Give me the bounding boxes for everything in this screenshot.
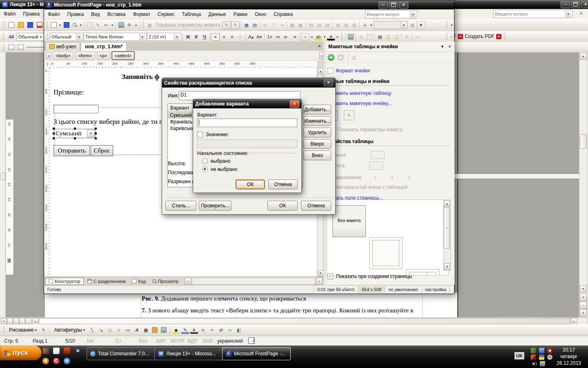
- styles-pane-icon[interactable]: 44: [7, 33, 15, 40]
- status-ispr[interactable]: ИСПР: [171, 338, 185, 344]
- insert-picture-icon[interactable]: [117, 22, 125, 29]
- chevron-down-icon[interactable]: ▾: [410, 11, 416, 18]
- fill-down-icon[interactable]: ▼: [416, 21, 425, 29]
- fp-menu-table[interactable]: Таблица: [178, 10, 205, 18]
- font-combo[interactable]: Times New Roman▾: [84, 33, 147, 41]
- fp-menu-tools[interactable]: Сервис: [154, 10, 178, 18]
- back-icon[interactable]: ◀: [327, 54, 334, 61]
- table-autoformat-icon[interactable]: ▦: [408, 22, 416, 29]
- bullet-list-icon[interactable]: •≡: [274, 34, 282, 40]
- threed-style-icon[interactable]: ◧: [235, 327, 243, 334]
- drawing-menu-button[interactable]: Рисование▾: [7, 326, 38, 334]
- ok-button[interactable]: ОК: [267, 201, 298, 211]
- insert-right-icon[interactable]: ⇥: [278, 22, 285, 29]
- toolbar-options-icon[interactable]: ▾: [449, 22, 454, 29]
- paste-icon[interactable]: [86, 22, 94, 29]
- fill-color-icon[interactable]: ◆: [361, 22, 369, 29]
- draw-layout-table-icon[interactable]: ▦: [146, 22, 154, 29]
- pdf-icon[interactable]: P: [496, 34, 501, 39]
- fp-menu-edit[interactable]: Правка: [64, 10, 88, 18]
- variant-input[interactable]: [197, 119, 297, 127]
- tag-p[interactable]: <p>: [97, 52, 110, 60]
- view-tab-design[interactable]: Конструктор: [45, 278, 84, 285]
- clipart-icon[interactable]: [151, 327, 159, 334]
- center-vert-icon[interactable]: ▤: [315, 22, 323, 29]
- align-bottom-icon[interactable]: ▤: [323, 22, 331, 29]
- scroll-left-icon[interactable]: ◂: [32, 318, 38, 325]
- font-color-icon[interactable]: A: [327, 34, 335, 40]
- quicklaunch-icon-6[interactable]: e: [64, 358, 70, 364]
- position-box-icon[interactable]: ▭: [414, 34, 421, 40]
- scroll-down-icon[interactable]: ▼: [580, 285, 587, 292]
- browse-prev-icon[interactable]: ⇞: [580, 294, 587, 301]
- autofit-icon[interactable]: ▥: [350, 22, 358, 29]
- browse-select-icon[interactable]: ○: [580, 301, 587, 309]
- fp-menu-format[interactable]: Формат: [129, 10, 154, 18]
- surname-input[interactable]: [53, 105, 98, 113]
- undo-icon[interactable]: ↩: [102, 22, 110, 29]
- ok-button[interactable]: ОК: [236, 180, 265, 189]
- fp-menu-frames[interactable]: Рамки: [230, 10, 251, 18]
- tray-flag-icon[interactable]: [539, 355, 544, 360]
- table-style-combo[interactable]: ▾: [374, 21, 408, 29]
- chevron-down-icon[interactable]: ▾: [310, 34, 314, 40]
- chevron-down-icon[interactable]: ▾: [79, 22, 83, 29]
- status-default-mode[interactable]: по умолчанию: [385, 286, 421, 293]
- status-zam[interactable]: ЗАМ: [202, 338, 212, 344]
- drawing-icon[interactable]: ✣: [125, 22, 133, 29]
- view-print-icon[interactable]: [13, 318, 19, 324]
- tab-current-page[interactable]: нов_стр_1.htm*: [81, 42, 127, 51]
- chevron-down-icon[interactable]: ▾: [565, 11, 571, 17]
- insert-up-icon[interactable]: ⇡: [270, 22, 277, 29]
- taskbar-button-frontpage[interactable]: F Microsoft FrontPage -...: [222, 347, 291, 360]
- font-size-combo[interactable]: 2 (10 пт)▾: [147, 33, 181, 41]
- quicklaunch-icon-3[interactable]: [64, 348, 70, 354]
- send-back-icon[interactable]: ❏: [392, 34, 400, 40]
- status-zap[interactable]: ЗАП: [156, 338, 166, 344]
- edit-button[interactable]: Изменить...: [303, 116, 331, 126]
- tab-web-site[interactable]: веб-узел: [45, 42, 80, 51]
- dialog-close-button[interactable]: ×: [290, 101, 299, 108]
- open-icon[interactable]: [17, 21, 24, 28]
- select-dropdown-icon[interactable]: ▼: [87, 130, 95, 137]
- tray-shield-icon[interactable]: [531, 355, 536, 360]
- create-pdf-button[interactable]: Создать PDF: [465, 34, 494, 39]
- fp-menu-insert[interactable]: Вставка: [104, 10, 129, 18]
- table-edit-icon[interactable]: ▦: [243, 22, 250, 29]
- quicklaunch-icon-1[interactable]: [42, 348, 49, 354]
- layout-thumb-none[interactable]: Без макета: [332, 205, 366, 237]
- word-menu-edit[interactable]: Правка: [20, 10, 44, 18]
- borders-icon[interactable]: ▫: [301, 33, 310, 41]
- show-on-create-checkbox[interactable]: ✓: [327, 274, 333, 279]
- word-question-box[interactable]: Введите вопрос ▾: [493, 10, 572, 18]
- dialog-titlebar[interactable]: Добавление варианта ×: [193, 99, 301, 108]
- shadow-style-icon[interactable]: ▱: [226, 327, 234, 334]
- word-left-strip[interactable]: [0, 52, 6, 317]
- word-restore-button[interactable]: [571, 1, 580, 8]
- dash-style-icon[interactable]: ╍: [208, 327, 216, 334]
- tray-volume-icon[interactable]: ◄): [531, 361, 536, 366]
- word-hscrollbar[interactable]: ≡ ◂ ⋮⋮⋮ ▸: [0, 317, 586, 325]
- fp-menu-help[interactable]: Справка: [270, 10, 296, 18]
- scroll-down-icon[interactable]: ▼: [444, 263, 450, 270]
- line-style-icon[interactable]: ≡: [199, 327, 207, 334]
- draw-layout-cell-icon[interactable]: ✎: [344, 110, 354, 120]
- chevron-down-icon[interactable]: ▾: [58, 22, 62, 29]
- hscroll-left-icon[interactable]: ◂: [185, 278, 191, 285]
- autoshapes-menu-button[interactable]: Автофигуры▾: [52, 326, 87, 334]
- bold-button[interactable]: Ж: [184, 34, 192, 40]
- home-icon[interactable]: ⌂: [352, 54, 356, 61]
- new-page-icon[interactable]: [50, 22, 58, 29]
- save-icon[interactable]: [62, 22, 70, 29]
- selected-radio[interactable]: [202, 158, 208, 164]
- draw-layout-cell-color-icon[interactable]: ✎: [231, 21, 240, 29]
- view-outline-icon[interactable]: [19, 318, 25, 324]
- absolute-position-icon[interactable]: ✛: [403, 34, 411, 40]
- align-center-icon[interactable]: ≡: [220, 34, 228, 40]
- view-tab-code[interactable]: Код: [129, 278, 149, 285]
- taskpane-close-icon[interactable]: ×: [448, 44, 451, 49]
- outdent-icon[interactable]: ⇤: [282, 34, 290, 40]
- underline-button[interactable]: Ч: [200, 34, 208, 40]
- scroll-thumb[interactable]: ≡: [444, 207, 450, 249]
- layout-thumb[interactable]: [369, 237, 403, 269]
